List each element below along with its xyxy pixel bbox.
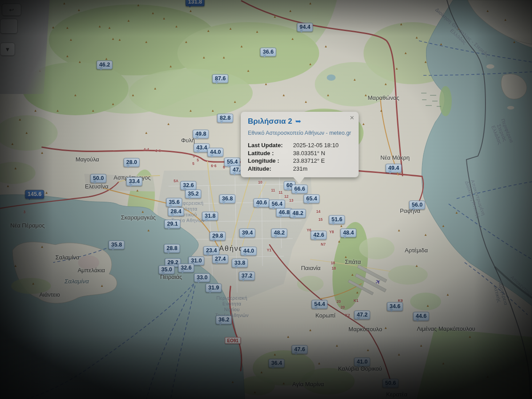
station-marker[interactable]: 65.4 [304, 194, 320, 203]
popup-subtitle: Εθνικό Αστεροσκοπείο Αθήνων - meteo.gr [248, 130, 352, 136]
field-value: 231m [293, 165, 308, 173]
station-marker[interactable]: 35.2 [185, 189, 201, 198]
station-marker[interactable]: 23.4 [203, 246, 219, 255]
station-marker[interactable]: 35.8 [109, 240, 125, 249]
popup-row-longitude: Longitude : 23.83712° E [248, 157, 352, 165]
station-marker[interactable]: 28.0 [124, 158, 140, 167]
station-marker[interactable]: 41.0 [354, 357, 370, 366]
field-value: 23.83712° E [293, 157, 325, 165]
close-icon[interactable]: × [350, 114, 354, 121]
popup-row-altitude: Altitude: 231m [248, 165, 352, 173]
popup-details: Last Update: 2025-12-05 18:10 Latitude :… [248, 141, 352, 172]
station-marker[interactable]: 46.2 [97, 60, 113, 69]
station-marker[interactable]: 44.0 [207, 148, 223, 156]
station-marker[interactable]: 32.6 [180, 181, 196, 190]
station-marker[interactable]: 31.8 [202, 211, 218, 220]
field-value: 38.03351° N [293, 149, 325, 157]
station-marker[interactable]: 50.0 [90, 174, 106, 183]
station-marker[interactable]: 40.6 [254, 198, 270, 207]
station-marker[interactable]: 33.0 [194, 273, 210, 282]
station-marker[interactable]: 29.1 [164, 219, 180, 228]
external-link-arrow-icon[interactable]: ➥ [295, 118, 301, 125]
station-marker[interactable]: 44.0 [241, 246, 257, 255]
station-marker[interactable]: 66.6 [292, 184, 308, 193]
dropdown-button[interactable]: ▼ [0, 43, 15, 56]
station-marker[interactable]: 42.6 [311, 231, 327, 239]
station-marker[interactable]: 49.4 [386, 164, 402, 172]
station-marker[interactable]: 29.8 [210, 231, 226, 240]
station-marker[interactable]: 36.4 [269, 359, 285, 368]
panel-button[interactable] [0, 19, 18, 34]
station-marker[interactable]: 87.6 [212, 74, 228, 83]
station-marker[interactable]: 31.9 [206, 283, 222, 292]
browser-panel: ↩ ▼ [0, 0, 50, 94]
station-marker[interactable]: 49.8 [193, 129, 209, 138]
station-marker[interactable]: 48.2 [290, 209, 306, 218]
field-label: Last Update: [248, 141, 293, 149]
station-marker[interactable]: 44.6 [413, 312, 429, 321]
screen-photo: ▲▲▲▲▲▲▲▲▲▲▲▲▲▲▲▲▲▲▲▲▲▲▲▲▲▲▲▲▲▲▲▲▲▲▲▲▲▲▲▲… [0, 0, 532, 399]
station-marker[interactable]: 35.6 [166, 198, 182, 207]
station-marker[interactable]: 94.4 [297, 23, 313, 31]
station-marker[interactable]: 34.6 [387, 302, 403, 311]
popup-row-latitude: Latitude : 38.03351° N [248, 149, 352, 157]
station-marker[interactable]: 131.8 [185, 0, 204, 6]
station-marker[interactable]: 56.0 [409, 200, 425, 209]
station-marker[interactable]: 47.6 [292, 345, 308, 354]
station-marker[interactable]: 35.0 [159, 265, 175, 274]
popup-title: Βριλήσσια 2 [248, 117, 292, 126]
station-marker[interactable]: 48.4 [340, 228, 356, 237]
station-marker[interactable]: 37.2 [239, 271, 255, 280]
station-marker[interactable]: 47.2 [354, 310, 370, 319]
station-marker[interactable]: 48.2 [271, 228, 287, 237]
back-button[interactable]: ↩ [2, 4, 21, 16]
station-marker[interactable]: 51.6 [329, 215, 345, 224]
station-marker[interactable]: 36.6 [260, 47, 276, 56]
popup-row-last-update: Last Update: 2025-12-05 18:10 [248, 141, 352, 149]
station-marker[interactable]: 54.4 [312, 300, 328, 309]
field-label: Altitude: [248, 165, 293, 173]
station-marker[interactable]: 82.8 [217, 113, 233, 122]
station-marker[interactable]: 36.2 [216, 315, 232, 324]
station-marker[interactable]: 27.4 [212, 254, 228, 263]
station-marker[interactable]: 33.8 [232, 258, 248, 267]
station-marker[interactable]: 145.6 [25, 190, 44, 199]
field-label: Latitude : [248, 149, 293, 157]
station-marker[interactable]: 28.8 [164, 244, 180, 253]
station-marker[interactable]: 55.4 [224, 157, 240, 166]
station-marker[interactable]: 32.6 [178, 263, 194, 272]
station-marker[interactable]: 39.4 [239, 228, 255, 237]
station-marker[interactable]: 36.8 [219, 194, 235, 203]
field-value: 2025-12-05 18:10 [293, 141, 339, 149]
field-label: Longitude : [248, 157, 293, 165]
station-marker[interactable]: 28.4 [168, 207, 184, 216]
station-marker[interactable]: 50.6 [383, 379, 399, 387]
station-popup: Βριλήσσια 2 ➥ × Εθνικό Αστεροσκοπείο Αθή… [241, 112, 359, 177]
station-markers-layer: 131.894.436.646.287.682.849.843.444.028.… [0, 0, 532, 399]
station-marker[interactable]: 33.4 [126, 177, 142, 186]
station-marker[interactable]: 56.4 [269, 200, 285, 208]
